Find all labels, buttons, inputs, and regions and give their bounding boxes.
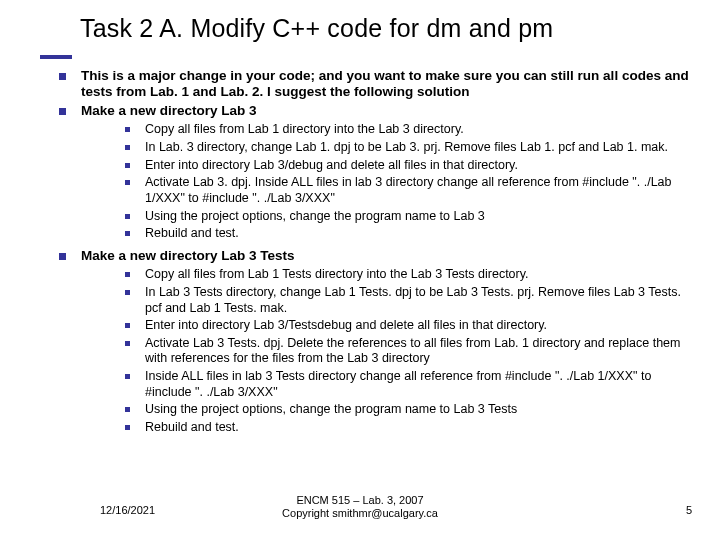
sub-bullet-text: In Lab 3 Tests directory, change Lab 1 T… — [145, 285, 681, 315]
slide: Task 2 A. Modify C++ code for dm and pm … — [0, 0, 720, 540]
bullet-item: Make a new directory Lab 3 Tests Copy al… — [55, 248, 690, 436]
slide-title: Task 2 A. Modify C++ code for dm and pm — [80, 14, 553, 43]
sub-bullet-item: Activate Lab 3 Tests. dpj. Delete the re… — [121, 336, 690, 367]
slide-body: This is a major change in your code; and… — [55, 68, 690, 442]
sub-bullet-text: Rebuild and test. — [145, 226, 239, 240]
sub-bullet-text: Rebuild and test. — [145, 420, 239, 434]
sub-bullet-text: Enter into directory Lab 3/debug and del… — [145, 158, 518, 172]
sub-bullet-text: Activate Lab 3. dpj. Inside ALL files in… — [145, 175, 672, 205]
sub-bullet-text: Using the project options, change the pr… — [145, 209, 485, 223]
bullet-item: This is a major change in your code; and… — [55, 68, 690, 101]
sub-bullet-item: In Lab. 3 directory, change Lab 1. dpj t… — [121, 140, 690, 156]
sub-bullet-item: Rebuild and test. — [121, 420, 690, 436]
sub-bullet-text: Inside ALL files in lab 3 Tests director… — [145, 369, 651, 399]
sub-bullet-text: Activate Lab 3 Tests. dpj. Delete the re… — [145, 336, 680, 366]
sub-bullet-text: Copy all files from Lab 1 Tests director… — [145, 267, 529, 281]
sub-bullet-item: Copy all files from Lab 1 Tests director… — [121, 267, 690, 283]
sub-bullet-item: Copy all files from Lab 1 directory into… — [121, 122, 690, 138]
sub-bullet-item: Rebuild and test. — [121, 226, 690, 242]
sub-bullet-text: Enter into directory Lab 3/Testsdebug an… — [145, 318, 547, 332]
sub-bullet-item: Enter into directory Lab 3/debug and del… — [121, 158, 690, 174]
footer-center: ENCM 515 – Lab. 3, 2007 Copyright smithm… — [0, 494, 720, 520]
sub-bullet-item: Activate Lab 3. dpj. Inside ALL files in… — [121, 175, 690, 206]
sub-bullet-item: Enter into directory Lab 3/Testsdebug an… — [121, 318, 690, 334]
sub-bullet-item: Inside ALL files in lab 3 Tests director… — [121, 369, 690, 400]
sub-bullet-text: Copy all files from Lab 1 directory into… — [145, 122, 464, 136]
bullet-text: This is a major change in your code; and… — [81, 68, 689, 99]
footer-line1: ENCM 515 – Lab. 3, 2007 — [296, 494, 423, 506]
sub-bullet-item: Using the project options, change the pr… — [121, 209, 690, 225]
title-accent-bar — [40, 55, 72, 59]
bullet-list-level2: Copy all files from Lab 1 directory into… — [81, 122, 690, 241]
footer-page-number: 5 — [686, 504, 692, 516]
sub-bullet-text: Using the project options, change the pr… — [145, 402, 517, 416]
sub-bullet-text: In Lab. 3 directory, change Lab 1. dpj t… — [145, 140, 668, 154]
bullet-item: Make a new directory Lab 3 Copy all file… — [55, 103, 690, 242]
sub-bullet-item: Using the project options, change the pr… — [121, 402, 690, 418]
bullet-list-level2: Copy all files from Lab 1 Tests director… — [81, 267, 690, 435]
footer-line2: Copyright smithmr@ucalgary.ca — [282, 507, 438, 519]
bullet-text: Make a new directory Lab 3 Tests — [81, 248, 295, 263]
sub-bullet-item: In Lab 3 Tests directory, change Lab 1 T… — [121, 285, 690, 316]
bullet-list-level1: This is a major change in your code; and… — [55, 68, 690, 436]
bullet-text: Make a new directory Lab 3 — [81, 103, 257, 118]
